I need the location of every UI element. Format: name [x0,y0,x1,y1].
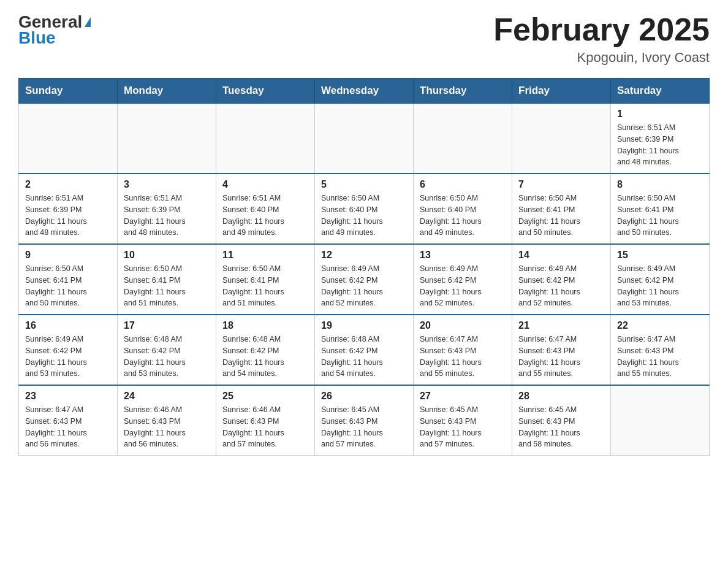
day-info: Sunrise: 6:50 AM Sunset: 6:41 PM Dayligh… [617,193,703,239]
calendar-day-cell: 28Sunrise: 6:45 AM Sunset: 6:43 PM Dayli… [512,385,611,456]
calendar-day-cell [19,104,118,174]
calendar-day-cell: 6Sunrise: 6:50 AM Sunset: 6:40 PM Daylig… [414,174,512,244]
day-number: 28 [518,391,604,402]
day-info: Sunrise: 6:49 AM Sunset: 6:42 PM Dayligh… [518,263,604,309]
calendar-week-row: 2Sunrise: 6:51 AM Sunset: 6:39 PM Daylig… [19,174,710,244]
calendar-day-cell [611,385,710,456]
day-number: 17 [124,320,210,331]
calendar-header-tuesday: Tuesday [216,79,315,104]
calendar-day-cell: 27Sunrise: 6:45 AM Sunset: 6:43 PM Dayli… [414,385,512,456]
day-info: Sunrise: 6:46 AM Sunset: 6:43 PM Dayligh… [222,404,308,450]
calendar-day-cell: 5Sunrise: 6:50 AM Sunset: 6:40 PM Daylig… [315,174,414,244]
calendar-table: SundayMondayTuesdayWednesdayThursdayFrid… [18,78,710,456]
day-number: 13 [420,250,506,261]
day-info: Sunrise: 6:50 AM Sunset: 6:41 PM Dayligh… [222,263,308,309]
day-info: Sunrise: 6:46 AM Sunset: 6:43 PM Dayligh… [124,404,210,450]
calendar-day-cell [118,104,216,174]
day-number: 14 [518,250,604,261]
day-number: 3 [124,179,210,190]
day-info: Sunrise: 6:50 AM Sunset: 6:41 PM Dayligh… [25,263,111,309]
day-number: 7 [518,179,604,190]
day-number: 16 [25,320,111,331]
calendar-day-cell: 17Sunrise: 6:48 AM Sunset: 6:42 PM Dayli… [118,315,216,385]
day-info: Sunrise: 6:51 AM Sunset: 6:39 PM Dayligh… [25,193,111,239]
day-info: Sunrise: 6:51 AM Sunset: 6:39 PM Dayligh… [124,193,210,239]
day-info: Sunrise: 6:47 AM Sunset: 6:43 PM Dayligh… [25,404,111,450]
day-info: Sunrise: 6:49 AM Sunset: 6:42 PM Dayligh… [321,263,407,309]
calendar-header-wednesday: Wednesday [315,79,414,104]
day-info: Sunrise: 6:49 AM Sunset: 6:42 PM Dayligh… [25,334,111,380]
day-info: Sunrise: 6:49 AM Sunset: 6:42 PM Dayligh… [420,263,506,309]
calendar-week-row: 16Sunrise: 6:49 AM Sunset: 6:42 PM Dayli… [19,315,710,385]
day-number: 1 [617,109,703,120]
calendar-week-row: 9Sunrise: 6:50 AM Sunset: 6:41 PM Daylig… [19,244,710,315]
calendar-day-cell: 24Sunrise: 6:46 AM Sunset: 6:43 PM Dayli… [118,385,216,456]
calendar-day-cell: 20Sunrise: 6:47 AM Sunset: 6:43 PM Dayli… [414,315,512,385]
calendar-header-row: SundayMondayTuesdayWednesdayThursdayFrid… [19,79,710,104]
day-number: 25 [222,391,308,402]
calendar-day-cell: 14Sunrise: 6:49 AM Sunset: 6:42 PM Dayli… [512,244,611,315]
day-info: Sunrise: 6:49 AM Sunset: 6:42 PM Dayligh… [617,263,703,309]
logo-triangle-icon [85,17,91,27]
logo: General Blue [18,12,91,48]
day-number: 12 [321,250,407,261]
calendar-day-cell: 16Sunrise: 6:49 AM Sunset: 6:42 PM Dayli… [19,315,118,385]
day-info: Sunrise: 6:45 AM Sunset: 6:43 PM Dayligh… [518,404,604,450]
calendar-week-row: 1Sunrise: 6:51 AM Sunset: 6:39 PM Daylig… [19,104,710,174]
day-number: 22 [617,320,703,331]
day-number: 5 [321,179,407,190]
calendar-day-cell: 13Sunrise: 6:49 AM Sunset: 6:42 PM Dayli… [414,244,512,315]
day-number: 6 [420,179,506,190]
day-info: Sunrise: 6:45 AM Sunset: 6:43 PM Dayligh… [420,404,506,450]
calendar-day-cell: 2Sunrise: 6:51 AM Sunset: 6:39 PM Daylig… [19,174,118,244]
day-number: 18 [222,320,308,331]
day-info: Sunrise: 6:47 AM Sunset: 6:43 PM Dayligh… [420,334,506,380]
calendar-day-cell: 10Sunrise: 6:50 AM Sunset: 6:41 PM Dayli… [118,244,216,315]
calendar-header-sunday: Sunday [19,79,118,104]
calendar-day-cell [414,104,512,174]
calendar-day-cell: 21Sunrise: 6:47 AM Sunset: 6:43 PM Dayli… [512,315,611,385]
day-number: 2 [25,179,111,190]
day-info: Sunrise: 6:48 AM Sunset: 6:42 PM Dayligh… [222,334,308,380]
calendar-day-cell [315,104,414,174]
calendar-header-thursday: Thursday [414,79,512,104]
day-info: Sunrise: 6:47 AM Sunset: 6:43 PM Dayligh… [617,334,703,380]
day-info: Sunrise: 6:50 AM Sunset: 6:41 PM Dayligh… [518,193,604,239]
day-info: Sunrise: 6:50 AM Sunset: 6:41 PM Dayligh… [124,263,210,309]
logo-blue-text: Blue [18,28,56,48]
calendar-header-saturday: Saturday [611,79,710,104]
day-number: 23 [25,391,111,402]
calendar-header-monday: Monday [118,79,216,104]
title-section: February 2025 Kpogouin, Ivory Coast [493,12,710,66]
day-number: 20 [420,320,506,331]
day-number: 9 [25,250,111,261]
calendar-week-row: 23Sunrise: 6:47 AM Sunset: 6:43 PM Dayli… [19,385,710,456]
day-info: Sunrise: 6:48 AM Sunset: 6:42 PM Dayligh… [124,334,210,380]
calendar-day-cell: 25Sunrise: 6:46 AM Sunset: 6:43 PM Dayli… [216,385,315,456]
calendar-day-cell: 26Sunrise: 6:45 AM Sunset: 6:43 PM Dayli… [315,385,414,456]
calendar-day-cell: 7Sunrise: 6:50 AM Sunset: 6:41 PM Daylig… [512,174,611,244]
calendar-day-cell: 22Sunrise: 6:47 AM Sunset: 6:43 PM Dayli… [611,315,710,385]
calendar-day-cell: 15Sunrise: 6:49 AM Sunset: 6:42 PM Dayli… [611,244,710,315]
day-number: 10 [124,250,210,261]
location-text: Kpogouin, Ivory Coast [493,50,710,66]
calendar-day-cell: 23Sunrise: 6:47 AM Sunset: 6:43 PM Dayli… [19,385,118,456]
calendar-day-cell [216,104,315,174]
day-number: 26 [321,391,407,402]
day-number: 27 [420,391,506,402]
day-number: 15 [617,250,703,261]
calendar-day-cell: 11Sunrise: 6:50 AM Sunset: 6:41 PM Dayli… [216,244,315,315]
calendar-day-cell [512,104,611,174]
calendar-header-friday: Friday [512,79,611,104]
day-info: Sunrise: 6:47 AM Sunset: 6:43 PM Dayligh… [518,334,604,380]
day-number: 8 [617,179,703,190]
calendar-day-cell: 9Sunrise: 6:50 AM Sunset: 6:41 PM Daylig… [19,244,118,315]
month-title: February 2025 [493,12,710,47]
calendar-day-cell: 12Sunrise: 6:49 AM Sunset: 6:42 PM Dayli… [315,244,414,315]
calendar-day-cell: 1Sunrise: 6:51 AM Sunset: 6:39 PM Daylig… [611,104,710,174]
day-info: Sunrise: 6:51 AM Sunset: 6:40 PM Dayligh… [222,193,308,239]
day-number: 11 [222,250,308,261]
day-info: Sunrise: 6:51 AM Sunset: 6:39 PM Dayligh… [617,122,703,168]
calendar-day-cell: 8Sunrise: 6:50 AM Sunset: 6:41 PM Daylig… [611,174,710,244]
page-header: General Blue February 2025 Kpogouin, Ivo… [18,12,710,66]
